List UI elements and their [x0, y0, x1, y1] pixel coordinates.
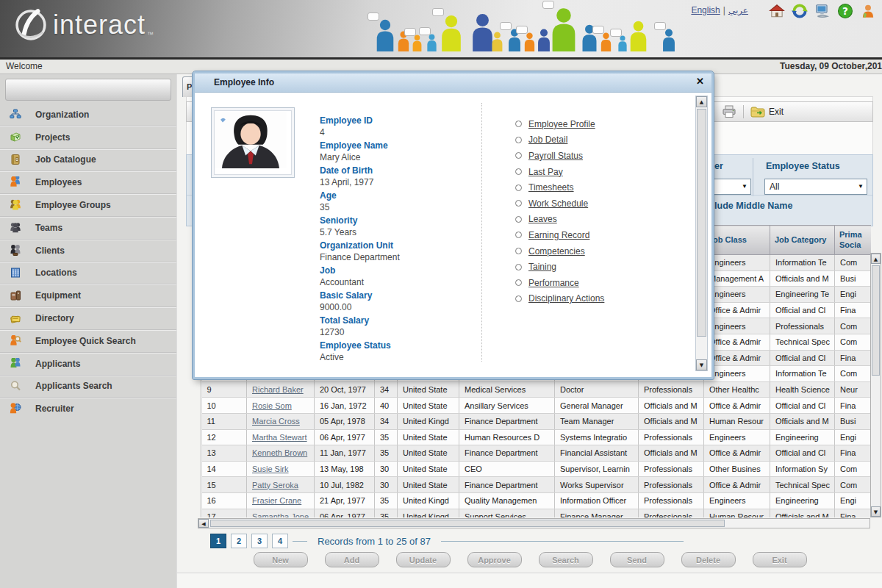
column-header[interactable]: Prima Socia — [835, 226, 872, 255]
lang-arabic-link[interactable]: عربي — [728, 5, 748, 15]
link-job-detail[interactable]: Job Detail — [528, 135, 567, 145]
search-button[interactable]: Search — [539, 552, 593, 567]
link-last-pay[interactable]: Last Pay — [528, 167, 563, 177]
employee-row[interactable]: 15Patty Seroka10 Jul, 198230United State… — [202, 477, 872, 493]
table-horizontal-scrollbar[interactable]: ◀ — [198, 518, 870, 528]
employee-name-link[interactable]: Richard Baker — [252, 385, 304, 394]
speech-bubble-icon — [404, 28, 416, 36]
sidebar-item-label: Recruiter — [35, 404, 74, 414]
link-disciplinary-actions[interactable]: Disciplinary Actions — [528, 293, 604, 304]
table-vertical-scrollbar[interactable]: ▲ ▼ — [870, 253, 881, 517]
employee-name-link[interactable]: Susie Sirk — [252, 465, 289, 473]
page-button-2[interactable]: 2 — [231, 534, 247, 548]
link-taining[interactable]: Taining — [528, 262, 556, 272]
lang-english-link[interactable]: English — [691, 5, 720, 15]
modal-scroll-thumb[interactable] — [697, 109, 706, 337]
sidebar-header — [5, 79, 171, 101]
modal-scrollbar[interactable]: ▲ ▼ — [695, 96, 708, 371]
page-button-3[interactable]: 3 — [251, 534, 268, 548]
exit-button[interactable]: Exit — [753, 552, 807, 567]
employee-name-link[interactable]: Samantha Jone — [252, 512, 309, 517]
employee-name-link[interactable]: Frasier Crane — [252, 496, 301, 505]
scroll-up-icon[interactable]: ▲ — [696, 96, 707, 107]
sidebar-item-employee-quick-search[interactable]: Employee Quick Search — [0, 329, 176, 352]
records-count-text: Records from 1 to 25 of 87 — [318, 536, 431, 547]
link-work-schedule[interactable]: Work Schedule — [528, 198, 588, 209]
employee-status-value: All — [770, 182, 779, 192]
link-competencies[interactable]: Competencies — [528, 246, 585, 257]
sidebar-item-equipment[interactable]: Equipment — [0, 284, 176, 306]
modal-link-row: Work Schedule — [515, 196, 699, 212]
sidebar-item-teams[interactable]: Teams — [0, 216, 176, 239]
employee-name-link[interactable]: Marcia Cross — [252, 417, 300, 426]
column-header[interactable]: Job Category — [770, 226, 835, 255]
link-leaves[interactable]: Leaves — [528, 214, 557, 224]
link-timesheets[interactable]: Timesheets — [528, 182, 574, 193]
sidebar-item-job-catalogue[interactable]: Job Catalogue — [0, 148, 176, 171]
modal-link-row: Earning Record — [515, 227, 699, 243]
computer-icon[interactable] — [814, 3, 831, 19]
send-button[interactable]: Send — [610, 552, 664, 567]
sidebar-item-organization[interactable]: Organization — [0, 104, 176, 126]
vertical-scroll-thumb[interactable] — [872, 265, 880, 376]
employee-row[interactable]: 9Richard Baker20 Oct, 197734United State… — [202, 381, 872, 398]
speech-bubble-icon — [516, 26, 528, 34]
sidebar-item-directory[interactable]: Directory — [0, 306, 176, 329]
employee-row[interactable]: 12Martha Stewart06 Apr, 197735United Sta… — [202, 429, 872, 445]
scroll-down-icon[interactable]: ▼ — [871, 506, 881, 517]
link-employee-profile[interactable]: Employee Profile — [528, 119, 595, 129]
sidebar-item-employees[interactable]: Employees — [0, 171, 176, 193]
refresh-icon[interactable] — [792, 3, 808, 19]
new-button[interactable]: New — [254, 552, 308, 567]
employee-name-link[interactable]: Martha Stewart — [252, 433, 307, 442]
toolbar-exit-button[interactable]: Exit — [750, 106, 784, 118]
scroll-down-icon[interactable]: ▼ — [696, 359, 707, 370]
sidebar-menu: OrganizationProjectsJob CatalogueEmploye… — [0, 104, 176, 420]
delete-button[interactable]: Delete — [681, 552, 736, 567]
employees-icon — [10, 176, 23, 188]
column-header[interactable]: Job Class — [704, 226, 770, 255]
action-button-bar: NewAddUpdateApproveSearchSendDeleteExit — [177, 552, 882, 567]
add-button[interactable]: Add — [325, 552, 379, 567]
employee-status-dropdown[interactable]: All ▼ — [764, 179, 867, 195]
sidebar-item-projects[interactable]: Projects — [0, 126, 176, 148]
sidebar-item-clients[interactable]: Clients — [0, 239, 176, 262]
user-icon[interactable] — [860, 3, 876, 19]
pagination: 1234 Records from 1 to 25 of 87 — [210, 534, 684, 548]
employee-name-link[interactable]: Kenneth Brown — [252, 448, 307, 457]
employee-name-link[interactable]: Patty Seroka — [252, 481, 298, 490]
close-icon[interactable]: ✕ — [696, 76, 704, 87]
employee-row[interactable]: 10Rosie Som16 Jan, 197240United StateAns… — [202, 398, 872, 414]
update-button[interactable]: Update — [396, 552, 451, 567]
person-figure — [397, 31, 410, 54]
page-button-1[interactable]: 1 — [210, 534, 226, 548]
sidebar-item-applicants-search[interactable]: Applicants Search — [0, 375, 176, 398]
sidebar-item-locations[interactable]: Locations — [0, 262, 176, 284]
employee-row[interactable]: 11Marcia Cross05 Apr, 197834United Kingd… — [202, 413, 872, 429]
language-switcher: English|عربي — [691, 5, 748, 15]
employee-row[interactable]: 14Susie Sirk13 May, 19830United StateCEO… — [202, 461, 872, 477]
sidebar-item-applicants[interactable]: Applicants — [0, 352, 176, 375]
employee-row[interactable]: 16Frasier Crane21 Apr, 197735United King… — [202, 492, 872, 509]
scroll-up-icon[interactable]: ▲ — [871, 254, 881, 264]
link-payroll-status[interactable]: Payroll Status — [528, 151, 583, 161]
employee-row[interactable]: 13Kenneth Brown11 Jan, 197735United Stat… — [202, 445, 872, 462]
sidebar-item-employee-groups[interactable]: Employee Groups — [0, 193, 176, 216]
print-icon[interactable] — [722, 105, 736, 118]
employee-row[interactable]: 17Samantha Jone06 Apr, 197735United King… — [202, 509, 872, 517]
employee-name-link[interactable]: Rosie Som — [252, 401, 292, 410]
link-performance[interactable]: Performance — [528, 278, 579, 288]
sidebar-item-label: Applicants — [35, 359, 80, 369]
help-icon[interactable]: ? — [837, 3, 853, 19]
horizontal-scroll-thumb[interactable] — [210, 520, 725, 527]
sidebar-item-label: Job Catalogue — [35, 154, 96, 165]
scroll-left-icon[interactable]: ◀ — [198, 519, 209, 528]
employee-field-total-salary: Total Salary12730 — [320, 315, 480, 338]
home-icon[interactable] — [769, 3, 785, 19]
page-button-4[interactable]: 4 — [272, 534, 288, 548]
welcome-label: Welcome — [6, 61, 43, 71]
sidebar-item-recruiter[interactable]: Recruiter — [0, 397, 176, 420]
link-earning-record[interactable]: Earning Record — [528, 230, 589, 240]
approve-button[interactable]: Approve — [467, 552, 522, 567]
bullet-icon — [515, 168, 522, 175]
